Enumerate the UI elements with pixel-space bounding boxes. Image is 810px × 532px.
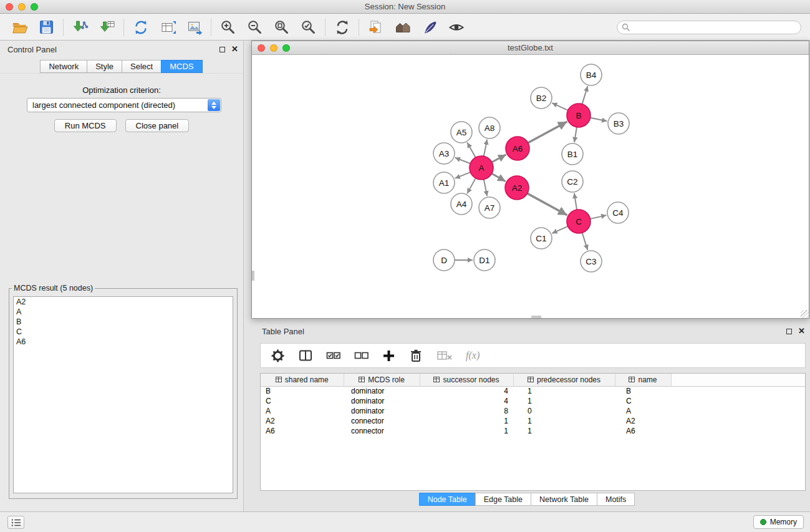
edge-B-B1[interactable] xyxy=(574,127,577,142)
table-cell[interactable]: connector xyxy=(344,416,420,426)
edge-B-B2[interactable] xyxy=(552,103,568,110)
table-cell[interactable]: A2 xyxy=(615,416,671,426)
node-D[interactable]: D xyxy=(433,249,455,271)
table-cell[interactable]: 1 xyxy=(513,396,615,406)
column-header-successor-nodes[interactable]: successor nodes xyxy=(420,374,513,386)
table-cell[interactable]: 1 xyxy=(513,426,615,436)
node-C3[interactable]: C3 xyxy=(581,251,602,272)
table-settings-button[interactable] xyxy=(271,346,285,365)
table-row[interactable]: Bdominator41B xyxy=(261,386,805,396)
result-item[interactable]: A xyxy=(14,307,233,317)
home-button[interactable] xyxy=(389,16,416,39)
node-B4[interactable]: B4 xyxy=(581,64,602,85)
table-cell[interactable]: 1 xyxy=(513,416,615,426)
edge-A-A2[interactable] xyxy=(492,173,506,181)
node-A4[interactable]: A4 xyxy=(451,193,472,215)
tab-node-table[interactable]: Node Table xyxy=(419,493,476,506)
column-header-predecessor-nodes[interactable]: predecessor nodes xyxy=(513,374,615,386)
edge-A-A7[interactable] xyxy=(484,180,487,196)
network-canvas[interactable]: B4B2BB3A8A5A6A3B1AC2A1A2A4A7C4CC1C3DD1 xyxy=(252,56,809,318)
new-table-button[interactable] xyxy=(154,16,181,39)
horizontal-scroll-mark[interactable] xyxy=(531,316,541,318)
node-A8[interactable]: A8 xyxy=(479,117,500,138)
table-cell[interactable]: A xyxy=(261,406,344,416)
result-item[interactable]: B xyxy=(14,317,233,327)
import-table-button[interactable] xyxy=(94,16,120,39)
memory-button[interactable]: Memory xyxy=(753,515,804,529)
zoom-in-button[interactable] xyxy=(215,16,241,39)
resize-grip[interactable] xyxy=(801,310,809,318)
table-cell[interactable]: 4 xyxy=(420,386,513,396)
zoom-out-button[interactable] xyxy=(241,16,268,39)
tab-motifs[interactable]: Motifs xyxy=(597,493,635,506)
table-cell[interactable]: 0 xyxy=(513,406,615,416)
table-cell[interactable]: A xyxy=(615,406,671,416)
edge-A-A8[interactable] xyxy=(484,140,487,157)
node-C1[interactable]: C1 xyxy=(531,228,552,249)
table-cell[interactable]: 8 xyxy=(420,406,513,416)
table-cell[interactable]: connector xyxy=(344,426,420,436)
close-window-button[interactable] xyxy=(258,44,265,52)
zoom-window-button[interactable] xyxy=(31,3,38,11)
table-row[interactable]: A2connector11A2 xyxy=(261,416,805,426)
vertical-scroll-mark[interactable] xyxy=(252,271,254,281)
node-B2[interactable]: B2 xyxy=(531,87,552,109)
column-header-shared-name[interactable]: shared name xyxy=(261,374,344,386)
node-B1[interactable]: B1 xyxy=(562,143,583,165)
new-network-button[interactable] xyxy=(127,16,154,39)
result-item[interactable]: C xyxy=(14,327,233,337)
mcds-result-list[interactable]: A2ABCA6 xyxy=(13,296,233,493)
tab-network-table[interactable]: Network Table xyxy=(531,493,597,506)
show-graphics-details-button[interactable] xyxy=(443,16,470,39)
node-C4[interactable]: C4 xyxy=(607,202,629,223)
edge-B-B3[interactable] xyxy=(591,118,607,121)
deselect-all-button[interactable] xyxy=(354,346,369,365)
table-cell[interactable]: dominator xyxy=(344,406,420,416)
tab-network[interactable]: Network xyxy=(40,60,87,73)
table-cell[interactable]: 4 xyxy=(420,396,513,406)
function-builder-button[interactable]: f(x) xyxy=(466,346,480,365)
delete-column-button[interactable] xyxy=(408,346,423,365)
node-B3[interactable]: B3 xyxy=(608,113,629,134)
edge-A6-B[interactable] xyxy=(528,122,567,143)
minimize-window-button[interactable] xyxy=(270,44,277,52)
export-image-button[interactable] xyxy=(181,16,208,39)
table-cell[interactable]: dominator xyxy=(344,396,420,406)
table-row[interactable]: A6connector11A6 xyxy=(261,426,805,436)
zoom-selected-button[interactable] xyxy=(295,16,322,39)
close-panel-icon[interactable]: ✕ xyxy=(231,46,238,53)
edge-C-C4[interactable] xyxy=(591,215,607,219)
result-item[interactable]: A6 xyxy=(14,337,233,347)
node-A[interactable]: A xyxy=(470,156,493,180)
node-A3[interactable]: A3 xyxy=(433,143,455,164)
apply-style-button[interactable] xyxy=(416,16,443,39)
table-cell[interactable]: A6 xyxy=(615,426,671,436)
open-folder-button[interactable] xyxy=(6,16,33,39)
table-row[interactable]: Cdominator41C xyxy=(261,396,805,406)
column-header-name[interactable]: name xyxy=(615,374,671,386)
tab-select[interactable]: Select xyxy=(122,60,162,73)
edge-C-C2[interactable] xyxy=(574,193,577,210)
edge-A-A3[interactable] xyxy=(455,158,471,163)
tab-style[interactable]: Style xyxy=(87,60,122,73)
save-button[interactable] xyxy=(33,16,60,39)
search-input[interactable] xyxy=(617,21,801,34)
float-panel-icon[interactable] xyxy=(786,329,792,334)
tab-edge-table[interactable]: Edge Table xyxy=(475,493,531,506)
close-window-button[interactable] xyxy=(6,3,13,11)
zoom-fit-button[interactable] xyxy=(268,16,295,39)
node-D1[interactable]: D1 xyxy=(474,249,495,271)
node-B[interactable]: B xyxy=(567,104,591,127)
edge-A-A1[interactable] xyxy=(455,172,471,178)
table-row[interactable]: Adominator80A xyxy=(261,406,805,416)
edge-A-A5[interactable] xyxy=(467,143,475,158)
table-cell[interactable]: A6 xyxy=(261,426,344,436)
edge-C-C3[interactable] xyxy=(582,233,588,250)
run-mcds-button[interactable]: Run MCDS xyxy=(54,119,117,132)
import-network-button[interactable] xyxy=(67,16,94,39)
node-C2[interactable]: C2 xyxy=(562,171,583,192)
table-cell[interactable]: dominator xyxy=(344,386,420,396)
show-columns-button[interactable] xyxy=(298,346,313,365)
task-history-button[interactable] xyxy=(7,516,24,529)
delete-table-button[interactable] xyxy=(436,346,453,365)
